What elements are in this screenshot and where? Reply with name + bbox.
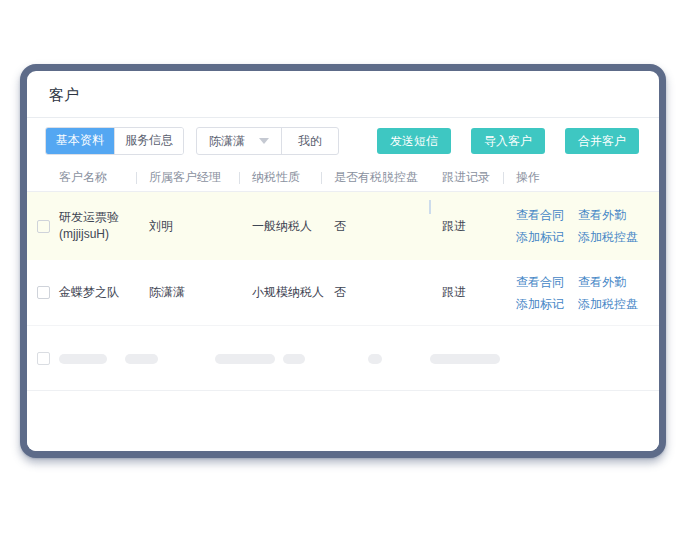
table-header: 客户名称 所属客户经理 纳税性质 是否有税脱控盘 跟进记录 操作 [27,164,659,192]
view-fieldwork-link[interactable]: 查看外勤 [578,271,626,293]
send-sms-button[interactable]: 发送短信 [377,128,451,154]
skeleton-bar [283,354,305,364]
follow-up-record: 跟进 [442,284,516,301]
page-title: 客户 [27,71,659,118]
add-tax-disk-link[interactable]: 添加税控盘 [578,226,638,248]
manager-select-value: 陈潇潇 [209,133,245,150]
add-mark-link[interactable]: 添加标记 [516,293,564,315]
tab-group: 基本资料 服务信息 [45,127,184,155]
manager-select[interactable]: 陈潇潇 [197,128,281,154]
tax-type: 一般纳税人 [252,218,334,235]
skeleton-bar [125,354,158,364]
view-fieldwork-link[interactable]: 查看外勤 [578,204,626,226]
operations: 查看合同 查看外勤 添加标记 添加税控盘 [516,271,659,315]
row-checkbox[interactable] [37,352,50,365]
operations: 查看合同 查看外勤 添加标记 添加税控盘 [516,204,659,248]
header-operations: 操作 [516,164,659,191]
loading-row [27,326,659,391]
skeleton-bar [59,354,107,364]
skeleton-bar [430,354,500,364]
header-account-manager: 所属客户经理 [149,164,252,191]
has-tax-disk: 否 [334,218,442,235]
customer-name-suffix: (mjjijsuH) [59,226,149,243]
manager-filter-group: 陈潇潇 我的 [196,127,339,155]
skeleton-bar [368,354,382,364]
customer-name: 研发运票验 [59,209,149,226]
tab-service-info[interactable]: 服务信息 [114,128,183,154]
merge-customer-button[interactable]: 合并客户 [565,128,639,154]
view-contract-link[interactable]: 查看合同 [516,204,564,226]
chevron-down-icon [259,138,269,144]
table-row: 研发运票验 (mjjijsuH) 刘明 一般纳税人 否 跟进 查看合同 查看外勤… [27,192,659,260]
customer-name: 金蝶梦之队 [59,284,149,301]
view-contract-link[interactable]: 查看合同 [516,271,564,293]
row-checkbox[interactable] [37,220,50,233]
mine-button[interactable]: 我的 [281,128,338,154]
table-row: 金蝶梦之队 陈潇潇 小规模纳税人 否 跟进 查看合同 查看外勤 添加标记 添加税… [27,260,659,326]
toolbar: 基本资料 服务信息 陈潇潇 我的 发送短信 导入客户 合并客户 [27,118,659,164]
tax-type: 小规模纳税人 [252,284,334,301]
row-checkbox[interactable] [37,286,50,299]
header-customer-name: 客户名称 [59,164,149,191]
header-follow-up: 跟进记录 [442,164,516,191]
tab-basic-info[interactable]: 基本资料 [46,128,114,154]
header-checkbox-spacer [27,164,59,191]
add-mark-link[interactable]: 添加标记 [516,226,564,248]
follow-up-record: 跟进 [442,218,516,235]
empty-footer [27,391,659,451]
account-manager: 刘明 [149,218,252,235]
header-tax-disk: 是否有税脱控盘 [334,164,442,191]
add-tax-disk-link[interactable]: 添加税控盘 [578,293,638,315]
skeleton-bar [215,354,275,364]
column-divider-tick [429,200,431,214]
import-customer-button[interactable]: 导入客户 [471,128,545,154]
customer-panel: 客户 基本资料 服务信息 陈潇潇 我的 发送短信 导入客户 合并客户 客户名称 … [20,64,666,458]
account-manager: 陈潇潇 [149,284,252,301]
has-tax-disk: 否 [334,284,442,301]
header-tax-type: 纳税性质 [252,164,334,191]
